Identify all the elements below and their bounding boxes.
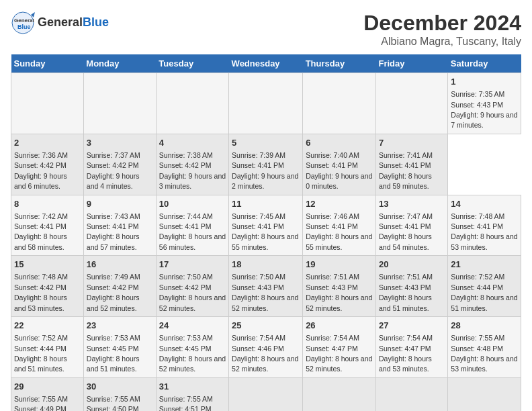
calendar-cell: 6Sunrise: 7:40 AMSunset: 4:41 PMDaylight… [303, 134, 376, 195]
day-sunrise: Sunrise: 7:55 AM [451, 334, 504, 342]
calendar-day-header: Saturday [448, 54, 521, 73]
logo-general: General [38, 15, 83, 29]
day-number: 24 [159, 320, 226, 332]
day-number: 2 [14, 137, 81, 149]
calendar-cell: 11Sunrise: 7:45 AMSunset: 4:41 PMDayligh… [229, 195, 303, 256]
day-sunrise: Sunrise: 7:52 AM [451, 273, 504, 281]
day-number: 25 [232, 320, 300, 332]
day-sunrise: Sunrise: 7:48 AM [14, 273, 68, 281]
calendar-day-header: Monday [83, 54, 156, 73]
calendar-cell: 14Sunrise: 7:48 AMSunset: 4:41 PMDayligh… [448, 195, 521, 256]
day-number: 17 [159, 259, 226, 271]
calendar-cell [11, 73, 84, 134]
calendar-cell [229, 73, 303, 134]
day-sunset: Sunset: 4:44 PM [14, 345, 66, 353]
day-sunrise: Sunrise: 7:44 AM [159, 212, 213, 220]
day-daylight: Daylight: 8 hours and 52 minutes. [159, 293, 226, 312]
day-number: 22 [14, 320, 81, 332]
day-sunset: Sunset: 4:45 PM [87, 345, 139, 353]
day-daylight: Daylight: 8 hours and 53 minutes. [451, 355, 517, 373]
day-sunrise: Sunrise: 7:40 AM [306, 151, 359, 159]
calendar-cell: 5Sunrise: 7:39 AMSunset: 4:41 PMDaylight… [229, 134, 303, 195]
day-daylight: Daylight: 8 hours and 59 minutes. [379, 172, 432, 190]
svg-text:Blue: Blue [17, 24, 31, 30]
day-daylight: Daylight: 8 hours and 51 minutes. [451, 293, 517, 312]
day-sunrise: Sunrise: 7:52 AM [14, 334, 68, 342]
header: General Blue GeneralBlue December 2024 A… [11, 11, 521, 48]
day-sunset: Sunset: 4:43 PM [379, 283, 431, 291]
day-daylight: Daylight: 8 hours and 51 minutes. [87, 355, 140, 373]
day-sunset: Sunset: 4:47 PM [379, 345, 431, 353]
day-sunrise: Sunrise: 7:51 AM [379, 273, 433, 281]
day-daylight: Daylight: 8 hours and 52 minutes. [87, 293, 140, 312]
day-sunset: Sunset: 4:44 PM [451, 283, 503, 291]
calendar-cell: 20Sunrise: 7:51 AMSunset: 4:43 PMDayligh… [375, 256, 447, 317]
calendar-day-header: Thursday [303, 54, 376, 73]
day-sunset: Sunset: 4:42 PM [14, 283, 66, 291]
calendar-week-row: 29Sunrise: 7:55 AMSunset: 4:49 PMDayligh… [11, 377, 521, 411]
day-daylight: Daylight: 8 hours and 52 minutes. [306, 355, 372, 373]
calendar-week-row: 8Sunrise: 7:42 AMSunset: 4:41 PMDaylight… [11, 195, 521, 256]
day-sunset: Sunset: 4:42 PM [14, 161, 66, 169]
page-container: General Blue GeneralBlue December 2024 A… [0, 0, 532, 411]
day-daylight: Daylight: 8 hours and 58 minutes. [14, 232, 67, 250]
calendar-cell: 31Sunrise: 7:55 AMSunset: 4:51 PMDayligh… [156, 377, 228, 411]
day-sunrise: Sunrise: 7:41 AM [379, 151, 433, 159]
day-sunset: Sunset: 4:49 PM [14, 405, 66, 411]
day-sunset: Sunset: 4:50 PM [87, 405, 139, 411]
day-number: 11 [232, 198, 300, 210]
calendar-week-row: 1Sunrise: 7:35 AMSunset: 4:43 PMDaylight… [11, 73, 521, 134]
day-daylight: Daylight: 8 hours and 53 minutes. [451, 232, 517, 250]
day-number: 8 [14, 198, 81, 210]
day-sunrise: Sunrise: 7:53 AM [87, 334, 140, 342]
calendar-cell: 21Sunrise: 7:52 AMSunset: 4:44 PMDayligh… [448, 256, 521, 317]
day-number: 6 [306, 137, 373, 149]
day-daylight: Daylight: 8 hours and 55 minutes. [232, 232, 298, 250]
day-number: 21 [451, 259, 518, 271]
calendar-cell: 13Sunrise: 7:47 AMSunset: 4:41 PMDayligh… [375, 195, 447, 256]
day-sunrise: Sunrise: 7:53 AM [159, 334, 213, 342]
day-sunset: Sunset: 4:41 PM [379, 222, 431, 230]
day-number: 13 [379, 198, 445, 210]
day-sunrise: Sunrise: 7:49 AM [87, 273, 140, 281]
day-sunset: Sunset: 4:41 PM [14, 222, 66, 230]
day-sunrise: Sunrise: 7:48 AM [451, 212, 504, 220]
logo: General Blue GeneralBlue [11, 11, 109, 35]
calendar-cell: 8Sunrise: 7:42 AMSunset: 4:41 PMDaylight… [11, 195, 84, 256]
calendar-cell [83, 73, 156, 134]
calendar-cell: 19Sunrise: 7:51 AMSunset: 4:43 PMDayligh… [303, 256, 376, 317]
day-number: 29 [14, 381, 81, 393]
day-number: 4 [159, 137, 226, 149]
svg-text:General: General [14, 17, 34, 24]
day-daylight: Daylight: 8 hours and 51 minutes. [14, 355, 67, 373]
day-daylight: Daylight: 9 hours and 4 minutes. [87, 172, 140, 190]
calendar-cell: 12Sunrise: 7:46 AMSunset: 4:41 PMDayligh… [303, 195, 376, 256]
day-sunset: Sunset: 4:47 PM [306, 345, 358, 353]
calendar-cell: 27Sunrise: 7:54 AMSunset: 4:47 PMDayligh… [375, 317, 447, 378]
day-sunset: Sunset: 4:42 PM [159, 283, 212, 291]
day-daylight: Daylight: 8 hours and 55 minutes. [306, 232, 372, 250]
calendar-cell [303, 73, 376, 134]
day-sunset: Sunset: 4:41 PM [306, 161, 358, 169]
day-number: 14 [451, 198, 518, 210]
day-daylight: Daylight: 8 hours and 52 minutes. [306, 293, 372, 312]
calendar-cell: 10Sunrise: 7:44 AMSunset: 4:41 PMDayligh… [156, 195, 228, 256]
day-daylight: Daylight: 8 hours and 51 minutes. [379, 293, 432, 312]
day-sunrise: Sunrise: 7:55 AM [159, 395, 213, 403]
day-number: 27 [379, 320, 445, 332]
day-number: 16 [87, 259, 153, 271]
calendar-week-row: 15Sunrise: 7:48 AMSunset: 4:42 PMDayligh… [11, 256, 521, 317]
day-sunset: Sunset: 4:41 PM [379, 161, 431, 169]
subtitle: Albiano Magra, Tuscany, Italy [363, 36, 521, 48]
day-sunset: Sunset: 4:51 PM [159, 405, 212, 411]
day-sunrise: Sunrise: 7:37 AM [87, 151, 140, 159]
day-sunrise: Sunrise: 7:50 AM [159, 273, 213, 281]
day-daylight: Daylight: 8 hours and 54 minutes. [379, 232, 432, 250]
calendar-cell: 9Sunrise: 7:43 AMSunset: 4:41 PMDaylight… [83, 195, 156, 256]
day-daylight: Daylight: 9 hours and 2 minutes. [232, 172, 298, 190]
day-sunset: Sunset: 4:46 PM [232, 345, 284, 353]
day-sunrise: Sunrise: 7:43 AM [87, 212, 140, 220]
calendar-cell: 22Sunrise: 7:52 AMSunset: 4:44 PMDayligh… [11, 317, 84, 378]
calendar-cell [156, 73, 228, 134]
day-sunrise: Sunrise: 7:54 AM [379, 334, 433, 342]
